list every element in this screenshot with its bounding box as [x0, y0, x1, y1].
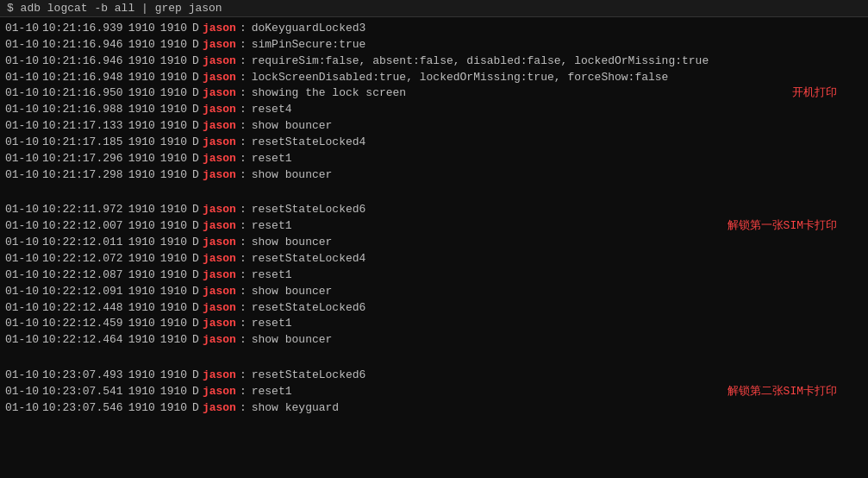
log-pid2: 1910	[160, 251, 187, 267]
log-colon: :	[240, 384, 247, 400]
log-colon: :	[240, 118, 247, 135]
log-colon: :	[240, 332, 247, 349]
log-level: D	[192, 53, 199, 70]
log-pid2: 1910	[160, 400, 187, 417]
log-tag: jason	[203, 251, 236, 267]
log-pid2: 1910	[160, 21, 187, 37]
log-msg: resetStateLocked4	[252, 251, 366, 267]
log-line: 01-1010:21:17.18519101910Djason:resetSta…	[5, 135, 863, 151]
log-msg: show bouncer	[252, 167, 333, 184]
log-line: 01-1010:23:07.54119101910Djason:reset1解锁…	[5, 384, 863, 400]
log-time: 10:21:17.185	[42, 135, 123, 151]
log-colon: :	[240, 251, 247, 267]
log-line: 01-1010:21:17.13319101910Djason:show bou…	[5, 118, 863, 135]
log-tag: jason	[203, 118, 236, 135]
log-date: 01-10	[5, 167, 39, 184]
log-tag: jason	[203, 284, 236, 300]
log-line: 01-1010:22:12.46419101910Djason:show bou…	[5, 332, 863, 349]
log-date: 01-10	[5, 202, 39, 218]
log-colon: :	[240, 400, 247, 417]
log-pid2: 1910	[160, 368, 187, 384]
log-date: 01-10	[5, 53, 39, 70]
log-pid1: 1910	[128, 332, 155, 349]
log-pid1: 1910	[128, 102, 155, 118]
terminal-window: $ adb logcat -b all | grep jason 01-1010…	[0, 0, 868, 478]
log-line: 01-1010:21:16.95019101910Djason:showing …	[5, 85, 863, 102]
log-pid1: 1910	[128, 53, 155, 70]
log-pid1: 1910	[128, 21, 155, 37]
log-pid1: 1910	[128, 316, 155, 332]
log-msg: reset1	[252, 218, 292, 235]
log-level: D	[192, 135, 199, 151]
log-date: 01-10	[5, 85, 39, 102]
log-colon: :	[240, 267, 247, 284]
log-line: 01-1010:21:16.94619101910Djason:simPinSe…	[5, 37, 863, 53]
top-bar: $ adb logcat -b all | grep jason	[0, 0, 868, 17]
log-colon: :	[240, 102, 247, 118]
log-date: 01-10	[5, 235, 39, 251]
log-level: D	[192, 151, 199, 167]
log-line: 01-1010:22:12.44819101910Djason:resetSta…	[5, 300, 863, 317]
log-colon: :	[240, 167, 247, 184]
log-line: 01-1010:21:16.94619101910Djason:requireS…	[5, 53, 863, 70]
log-line: 01-1010:23:07.49319101910Djason:resetSta…	[5, 368, 863, 384]
log-pid2: 1910	[160, 85, 187, 102]
log-tag: jason	[203, 316, 236, 332]
log-tag: jason	[203, 102, 236, 118]
log-pid1: 1910	[128, 368, 155, 384]
log-pid2: 1910	[160, 53, 187, 70]
log-msg: show bouncer	[252, 332, 333, 349]
log-tag: jason	[203, 332, 236, 349]
log-time: 10:22:12.464	[42, 332, 123, 349]
log-msg: resetStateLocked6	[252, 368, 366, 384]
log-msg: reset1	[252, 151, 292, 167]
log-date: 01-10	[5, 151, 39, 167]
log-content: 01-1010:21:16.93919101910Djason:doKeygua…	[0, 17, 868, 420]
log-line: 01-1010:22:12.08719101910Djason:reset1	[5, 267, 863, 284]
log-tag: jason	[203, 53, 236, 70]
log-pid1: 1910	[128, 167, 155, 184]
log-date: 01-10	[5, 267, 39, 284]
log-pid1: 1910	[128, 37, 155, 53]
log-time: 10:21:17.133	[42, 118, 123, 135]
log-pid1: 1910	[128, 135, 155, 151]
log-date: 01-10	[5, 384, 39, 400]
log-tag: jason	[203, 70, 236, 86]
log-line: 01-1010:21:16.93919101910Djason:doKeygua…	[5, 21, 863, 37]
log-msg: reset1	[252, 384, 292, 400]
log-time: 10:21:16.939	[42, 21, 123, 37]
log-section-1: 01-1010:22:11.97219101910Djason:resetSta…	[5, 202, 863, 349]
log-annotation: 开机打印	[792, 85, 837, 102]
log-annotation: 解锁第二张SIM卡打印	[727, 384, 837, 400]
log-pid2: 1910	[160, 202, 187, 218]
log-tag: jason	[203, 400, 236, 417]
log-time: 10:23:07.546	[42, 400, 123, 417]
log-pid1: 1910	[128, 235, 155, 251]
log-msg: doKeyguardLocked3	[252, 21, 366, 37]
log-line: 01-1010:22:12.01119101910Djason:show bou…	[5, 235, 863, 251]
log-pid2: 1910	[160, 118, 187, 135]
log-pid2: 1910	[160, 151, 187, 167]
log-date: 01-10	[5, 300, 39, 317]
log-colon: :	[240, 235, 247, 251]
log-line: 01-1010:21:16.98819101910Djason:reset4	[5, 102, 863, 118]
log-pid1: 1910	[128, 284, 155, 300]
log-line: 01-1010:21:16.94819101910Djason:lockScre…	[5, 70, 863, 86]
log-tag: jason	[203, 151, 236, 167]
log-msg: showing the lock screen	[252, 85, 406, 102]
log-tag: jason	[203, 300, 236, 317]
log-pid2: 1910	[160, 167, 187, 184]
log-pid2: 1910	[160, 70, 187, 86]
log-date: 01-10	[5, 284, 39, 300]
log-pid1: 1910	[128, 251, 155, 267]
log-tag: jason	[203, 85, 236, 102]
log-line: 01-1010:23:07.54619101910Djason:show key…	[5, 400, 863, 417]
log-pid2: 1910	[160, 384, 187, 400]
log-line: 01-1010:22:12.45919101910Djason:reset1	[5, 316, 863, 332]
log-pid2: 1910	[160, 135, 187, 151]
log-colon: :	[240, 368, 247, 384]
log-pid2: 1910	[160, 284, 187, 300]
log-time: 10:21:16.948	[42, 70, 123, 86]
log-level: D	[192, 368, 199, 384]
section-gap	[5, 183, 863, 202]
